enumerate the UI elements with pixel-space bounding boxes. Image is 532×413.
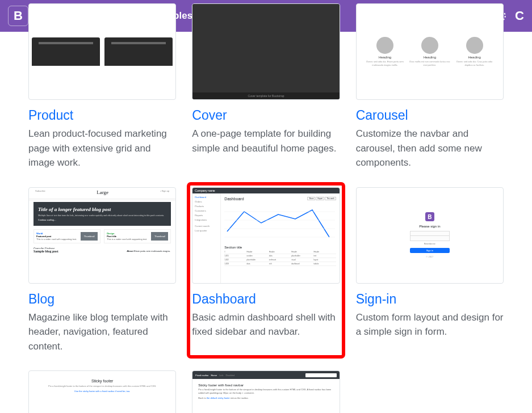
s2-title: Sticky footer with fixed navbar	[198, 384, 333, 387]
desc-signin: Custom form layout and design for a simp…	[356, 310, 504, 339]
thumb-signin[interactable]: B Please sign in Remember me Sign in © 2…	[356, 187, 504, 284]
dash-side-customers: Customers	[195, 209, 218, 212]
example-signin: B Please sign in Remember me Sign in © 2…	[356, 187, 504, 354]
thumb-cover[interactable]: Cover template for Bootstrap	[192, 3, 340, 100]
sticky-title: Sticky footer	[91, 379, 114, 383]
sticky-link: Use the sticky footer with a fixed navba…	[74, 390, 130, 393]
thumb-product[interactable]	[28, 3, 176, 100]
dash-chart	[224, 203, 335, 243]
blog-sample: Sample blog post	[33, 250, 122, 253]
example-product: Product Lean product-focused marketing p…	[28, 3, 176, 170]
desc-blog: Magazine like blog template with header,…	[28, 310, 176, 354]
blog-hero-link: Continue reading…	[38, 218, 166, 221]
dash-side-integrations: Integrations	[195, 218, 218, 221]
title-product[interactable]: Product	[28, 108, 176, 123]
dash-title: Dashboard	[224, 197, 244, 201]
dash-side-dashboard: Dashboard	[195, 196, 218, 199]
desc-carousel: Customize the navbar and carousel, then …	[356, 127, 504, 170]
examples-grid: Product Lean product-focused marketing p…	[28, 32, 504, 413]
example-blog: SubscribeLarge⌕ Sign up Title of a longe…	[28, 187, 176, 354]
dash-side-orders: Orders	[195, 200, 218, 203]
title-cover[interactable]: Cover	[192, 108, 340, 123]
s2-nav-home: Home	[211, 374, 217, 377]
s2-text2: Back to the default sticky footer minus …	[198, 397, 333, 400]
title-dashboard[interactable]: Dashboard	[192, 292, 340, 307]
desc-dashboard: Basic admin dashboard shell with fixed s…	[192, 310, 340, 339]
dash-side-month: Current month	[195, 225, 218, 227]
dash-table: #HeaderHeaderHeaderHeader 1,001randomdat…	[224, 250, 336, 266]
dash-btn-share: Share	[307, 197, 315, 200]
blog-about: About	[127, 250, 133, 252]
blog-card1-title: Featured post	[36, 235, 51, 238]
signin-email-field	[410, 231, 450, 236]
desc-cover: A one-page template for building simple …	[192, 127, 340, 155]
title-blog[interactable]: Blog	[28, 292, 176, 307]
title-signin[interactable]: Sign-in	[356, 292, 504, 307]
thumb-sticky[interactable]: Sticky footer Pin a fixed-height footer …	[28, 370, 176, 413]
s2-text: Pin a fixed-height footer to the bottom …	[198, 388, 333, 394]
blog-hero-title: Title of a longer featured blog post	[38, 206, 166, 212]
example-sticky-navbar: Fixed navbarHomeLinkDisabled Sticky foot…	[192, 370, 340, 413]
thumb-carousel[interactable]: HeadingDonec sed odio dui. Etiam porta s…	[356, 3, 504, 100]
content: Product Lean product-focused marketing p…	[0, 32, 532, 413]
signin-password-field	[410, 236, 450, 241]
dash-side-reports: Reports	[195, 214, 218, 217]
dash-section: Section title	[224, 246, 336, 249]
example-cover: Cover template for Bootstrap Cover A one…	[192, 3, 340, 170]
brand-logo[interactable]: B	[8, 6, 28, 26]
blog-thumb: Thumbnail	[81, 232, 98, 241]
signin-title: Please sign in	[419, 225, 440, 228]
sticky-text: Pin a fixed-height footer to the bottom …	[31, 385, 173, 388]
example-sticky-footer: Sticky footer Pin a fixed-height footer …	[28, 370, 176, 413]
dash-btn-week: This week	[325, 197, 336, 200]
dash-btn-export: Export	[316, 197, 324, 200]
thumb-dashboard[interactable]: Company name Dashboard Orders Products C…	[192, 187, 340, 284]
s2-nav-link: Link	[219, 374, 223, 377]
signin-button: Sign in	[410, 248, 450, 253]
dash-side-quarter: Last quarter	[195, 229, 218, 232]
title-carousel[interactable]: Carousel	[356, 108, 504, 123]
signin-remember: Remember me	[424, 243, 435, 245]
dash-brand: Company name	[195, 189, 215, 192]
s2-brand: Fixed navbar	[195, 374, 208, 377]
desc-product: Lean product-focused marketing page with…	[28, 127, 176, 170]
thumb-blog[interactable]: SubscribeLarge⌕ Sign up Title of a longe…	[28, 187, 176, 284]
opencollective-icon[interactable]: C	[515, 9, 524, 23]
s2-search	[305, 373, 337, 377]
signin-logo-icon: B	[425, 212, 434, 221]
carousel-heading: Heading	[454, 56, 495, 59]
example-dashboard: Company name Dashboard Orders Products C…	[188, 184, 343, 357]
dash-side-products: Products	[195, 205, 218, 208]
signin-copy: © 2017	[426, 255, 433, 258]
carousel-heading: Heading	[365, 56, 406, 59]
thumb-sticky-navbar[interactable]: Fixed navbarHomeLinkDisabled Sticky foot…	[192, 370, 340, 413]
carousel-heading: Heading	[409, 56, 450, 59]
blog-card2-title: Post title	[107, 235, 116, 238]
blog-brand: Large	[97, 189, 108, 195]
s2-nav-disabled: Disabled	[225, 374, 234, 377]
blog-thumb: Thumbnail	[151, 232, 168, 241]
example-carousel: HeadingDonec sed odio dui. Etiam porta s…	[356, 3, 504, 170]
